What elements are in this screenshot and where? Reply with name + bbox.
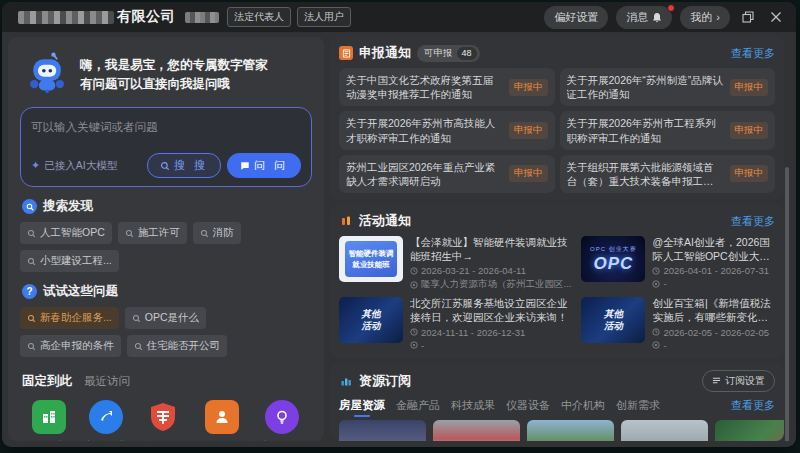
assistant-input-card: ✦ 已接入AI大模型 搜 搜 问 问: [20, 107, 312, 187]
tab-tech-achievements[interactable]: 科技成果: [451, 398, 495, 413]
tab-agencies[interactable]: 中介机构: [561, 398, 605, 413]
discover-chip[interactable]: 人工智能OPC: [20, 222, 112, 244]
search-icon: [134, 342, 143, 351]
tax-shield-icon: [146, 400, 180, 434]
question-chip-highlighted[interactable]: 新春助企服务...: [20, 307, 119, 329]
activity-title: 活动通知: [359, 212, 411, 230]
tab-instruments[interactable]: 仪器设备: [506, 398, 550, 413]
location-icon: [410, 341, 418, 349]
status-tag: 申报中: [730, 122, 769, 139]
question-chips: 新春助企服务... OPC是什么 高企申报的条件 住宅能否开公司: [20, 307, 312, 357]
assistant-search-input[interactable]: [31, 121, 301, 133]
ask-button[interactable]: 问 问: [227, 153, 301, 178]
vertical-scrollbar[interactable]: [785, 167, 789, 441]
declare-item[interactable]: 关于组织开展第六批能源领域首台（套）重大技术装备申报工作的通知 申报中: [560, 155, 776, 193]
resource-item[interactable]: 56文创园，通园路，办公，95-1800平: [527, 420, 614, 441]
search-icon: [132, 314, 141, 323]
search-button[interactable]: 搜 搜: [147, 153, 221, 178]
app-tax-service[interactable]: 税务服务: [135, 400, 192, 441]
tab-innovation-demand[interactable]: 创新需求: [616, 398, 660, 413]
resource-photo: [527, 420, 614, 441]
search-icon: [125, 229, 134, 238]
resources-chart-icon: [339, 374, 353, 388]
search-icon: [160, 161, 170, 171]
declare-item[interactable]: 关于开展2026年苏州市高技能人才职称评审工作的通知 申报中: [339, 111, 555, 149]
search-icon: [27, 229, 36, 238]
robot-mascot-icon: [26, 51, 70, 99]
resource-tabs: 房屋资源 金融产品 科技成果 仪器设备 中介机构 创新需求 查看更多: [339, 398, 775, 413]
greeting-text: 嗨，我是易宝，您的专属数字管家 有问题可以直接向我提问哦: [80, 56, 268, 95]
resource-photo: [715, 420, 784, 441]
resource-cards: 6-9A0 桑田岛科创园2号楼409平 56文创园，通园路，办公，95-1800…: [339, 420, 775, 441]
activity-more-link[interactable]: 查看更多: [731, 214, 775, 229]
activity-item[interactable]: 其他 活动 北交所江苏服务基地设立园区企业接待日，欢迎园区企业来访来询！ 202…: [339, 297, 571, 350]
resources-section: 资源订阅 订阅设置 房屋资源 金融产品 科技成果 仪器设备 中介机构 创新需求 …: [330, 363, 784, 441]
declare-item[interactable]: 关于开展2026年“苏州制造”品牌认证工作的通知 申报中: [560, 68, 776, 106]
resources-title: 资源订阅: [359, 372, 411, 390]
discover-chip[interactable]: 小型建设工程...: [20, 250, 119, 272]
activity-item[interactable]: 其他 活动 创业百宝箱|《新增值税法实施后，有哪些新变化值得关注》 2026-0…: [581, 297, 775, 350]
search-icon: [27, 342, 36, 351]
question-chip[interactable]: OPC是什么: [125, 307, 206, 329]
discover-chip[interactable]: 施工许可: [118, 222, 187, 244]
subscribe-settings-button[interactable]: 订阅设置: [702, 370, 775, 392]
app-invest-startup[interactable]: 投资创业: [77, 400, 134, 441]
preferences-button[interactable]: 偏好设置: [544, 6, 608, 29]
list-settings-icon: [712, 376, 721, 385]
company-suffix: 有限公司: [117, 8, 175, 26]
status-tag: 申报中: [509, 165, 548, 182]
activity-thumbnail: 智能硬件装调 就业技能班: [339, 236, 403, 282]
tab-finance[interactable]: 金融产品: [396, 398, 440, 413]
activity-item[interactable]: 智能硬件装调 就业技能班 【会泽就业】智能硬件装调就业技能班招生中→ 2026-…: [339, 236, 571, 291]
right-area: 申报通知 可申报 48 查看更多 关于中国文化艺术政府奖第五届动漫奖申报推荐工作…: [330, 37, 790, 441]
my-account-button[interactable]: 我的 ›: [680, 6, 730, 29]
questions-header: ? 试试这些问题: [22, 283, 310, 300]
app-project-construction[interactable]: 项目建设: [20, 400, 77, 441]
question-chip[interactable]: 高企申报的条件: [20, 335, 121, 357]
question-icon: ?: [22, 284, 37, 299]
declare-more-link[interactable]: 查看更多: [731, 46, 775, 61]
search-discover-icon: [22, 199, 37, 214]
location-icon: [652, 280, 660, 288]
role-badge-corporate-user: 法人用户: [297, 7, 351, 27]
resource-item[interactable]: 6-9A0: [339, 420, 426, 441]
clock-icon: [410, 328, 418, 336]
declare-section: 申报通知 可申报 48 查看更多 关于中国文化艺术政府奖第五届动漫奖申报推荐工作…: [330, 37, 784, 200]
declare-count-badge: 可申报 48: [417, 45, 480, 62]
close-window-button[interactable]: [766, 7, 786, 27]
declare-item[interactable]: 关于中国文化艺术政府奖第五届动漫奖申报推荐工作的通知 申报中: [339, 68, 555, 106]
restore-window-button[interactable]: [738, 7, 758, 27]
tab-pinned[interactable]: 固定到此: [22, 373, 72, 390]
question-chip[interactable]: 住宅能否开公司: [127, 335, 228, 357]
tab-recent[interactable]: 最近访问: [84, 374, 130, 389]
building-icon: [32, 400, 66, 434]
app-innovation-demand[interactable]: 创新需求服务: [252, 400, 312, 441]
tab-housing[interactable]: 房屋资源: [339, 398, 385, 413]
messages-button[interactable]: 消息: [616, 6, 672, 29]
resource-item[interactable]: 蒲公英孵化器，苏州国际科技园六期，...: [715, 420, 784, 441]
clock-icon: [652, 267, 660, 275]
activity-item[interactable]: OPC 创业大赛 OPC @全球AI创业者，2026国际人工智能OPC创业大赛报…: [581, 236, 775, 291]
activity-thumbnail: OPC 创业大赛 OPC: [581, 236, 645, 282]
titlebar: 有限公司 法定代表人 法人用户 偏好设置 消息 我的 ›: [2, 2, 796, 32]
search-icon: [200, 229, 209, 238]
bulb-icon: [265, 400, 299, 434]
activity-grid: 智能硬件装调 就业技能班 【会泽就业】智能硬件装调就业技能班招生中→ 2026-…: [339, 236, 775, 351]
declare-item[interactable]: 关于开展2026年苏州市工程系列职称评审工作的通知 申报中: [560, 111, 776, 149]
resource-item[interactable]: 富华科技大厦，崇义路，办公，1340平: [621, 420, 708, 441]
clock-icon: [410, 267, 418, 275]
declare-item[interactable]: 苏州工业园区2026年重点产业紧缺人才需求调研启动 申报中: [339, 155, 555, 193]
chevron-right-icon: ›: [716, 11, 720, 23]
resource-item[interactable]: 桑田岛科创园2号楼409平: [433, 420, 520, 441]
bell-icon: [652, 12, 662, 23]
app-employment-service[interactable]: 用工服务: [192, 400, 252, 441]
search-icon: [27, 257, 36, 266]
chat-icon: [240, 161, 250, 171]
declare-title: 申报通知: [359, 44, 411, 62]
activity-icon: [339, 214, 353, 228]
discover-chips: 人工智能OPC 施工许可 消防 小型建设工程...: [20, 222, 312, 272]
invest-arrow-icon: [89, 400, 123, 434]
discover-chip[interactable]: 消防: [193, 222, 241, 244]
resources-more-link[interactable]: 查看更多: [731, 398, 775, 413]
resource-photo: [433, 420, 520, 441]
